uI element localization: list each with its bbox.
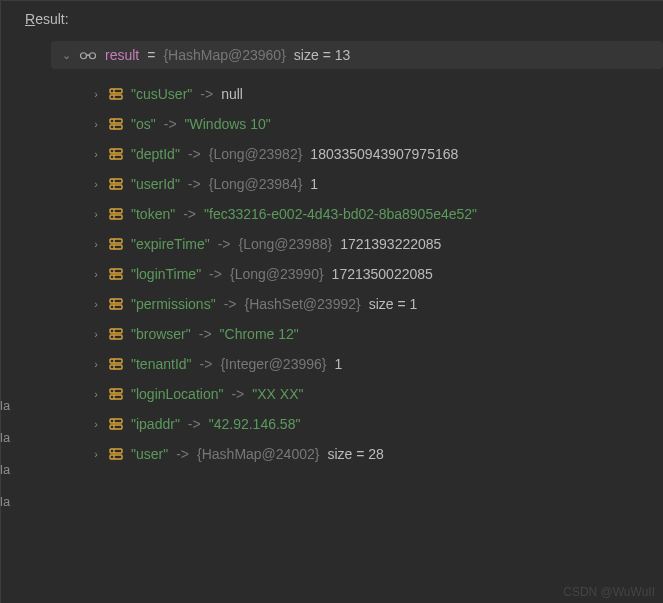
svg-rect-3 [110, 95, 122, 99]
svg-rect-50 [110, 449, 122, 453]
map-entry-icon [109, 87, 123, 101]
arrow-separator: -> [188, 416, 201, 432]
svg-rect-31 [110, 305, 122, 309]
arrow-separator: -> [164, 116, 177, 132]
chevron-down-icon[interactable]: ⌄ [61, 49, 71, 62]
entry-value: "42.92.146.58" [209, 416, 301, 432]
map-entry-icon [109, 237, 123, 251]
result-label: Result: [25, 11, 663, 27]
chevron-right-icon[interactable]: › [91, 448, 101, 460]
chevron-right-icon[interactable]: › [91, 298, 101, 310]
chevron-right-icon[interactable]: › [91, 268, 101, 280]
entry-value: 1 [334, 356, 342, 372]
entry-value: "Chrome 12" [220, 326, 299, 342]
svg-rect-38 [110, 359, 122, 363]
map-entry-row[interactable]: › "loginLocation"->"XX XX" [81, 379, 663, 409]
map-entry-row[interactable]: › "user"->{HashMap@24002} size = 28 [81, 439, 663, 469]
chevron-right-icon[interactable]: › [91, 178, 101, 190]
result-variable-row[interactable]: ⌄ result = {HashMap@23960} size = 13 [51, 41, 663, 69]
entry-key: "loginLocation" [131, 386, 223, 402]
type-reference: {HashMap@23960} [163, 47, 285, 63]
map-entry-row[interactable]: › "os"->"Windows 10" [81, 109, 663, 139]
entry-key: "browser" [131, 326, 191, 342]
map-entry-row[interactable]: › "ipaddr"->"42.92.146.58" [81, 409, 663, 439]
map-entry-row[interactable]: › "tenantId"->{Integer@23996}1 [81, 349, 663, 379]
arrow-separator: -> [200, 86, 213, 102]
arrow-separator: -> [188, 176, 201, 192]
map-entry-row[interactable]: › "cusUser"->null [81, 79, 663, 109]
chevron-right-icon[interactable]: › [91, 358, 101, 370]
entry-key: "permissions" [131, 296, 216, 312]
entry-value: size = 28 [327, 446, 383, 462]
map-entry-row[interactable]: › "permissions"->{HashSet@23992} size = … [81, 289, 663, 319]
entry-type: {HashMap@24002} [197, 446, 319, 462]
entry-key: "loginTime" [131, 266, 201, 282]
map-entry-row[interactable]: › "expireTime"->{Long@23988}172139322208… [81, 229, 663, 259]
map-entry-row[interactable]: › "token"->"fec33216-e002-4d43-bd02-8ba8… [81, 199, 663, 229]
map-entry-row[interactable]: › "browser"->"Chrome 12" [81, 319, 663, 349]
map-entry-icon [109, 327, 123, 341]
map-entry-icon [109, 147, 123, 161]
entry-key: "user" [131, 446, 168, 462]
arrow-separator: -> [176, 446, 189, 462]
entry-type: {Long@23988} [239, 236, 333, 252]
svg-rect-14 [110, 179, 122, 183]
svg-rect-22 [110, 239, 122, 243]
entry-key: "token" [131, 206, 175, 222]
entry-value: "Windows 10" [185, 116, 271, 132]
svg-rect-46 [110, 419, 122, 423]
svg-rect-10 [110, 149, 122, 153]
map-entry-icon [109, 117, 123, 131]
chevron-right-icon[interactable]: › [91, 148, 101, 160]
equals-sign: = [147, 47, 155, 63]
map-entry-icon [109, 447, 123, 461]
map-entry-row[interactable]: › "deptId"->{Long@23982}1803350943907975… [81, 139, 663, 169]
chevron-right-icon[interactable]: › [91, 88, 101, 100]
watermark-text: CSDN @WuWuII [563, 585, 655, 599]
entry-value: size = 1 [369, 296, 418, 312]
svg-rect-7 [110, 125, 122, 129]
entry-value: "XX XX" [252, 386, 303, 402]
map-entry-icon [109, 387, 123, 401]
entry-type: {Integer@23996} [220, 356, 326, 372]
map-entry-icon [109, 177, 123, 191]
entry-key: "cusUser" [131, 86, 192, 102]
entry-type: {HashSet@23992} [244, 296, 360, 312]
entry-type: {Long@23984} [209, 176, 303, 192]
svg-rect-47 [110, 425, 122, 429]
map-entry-row[interactable]: › "userId"->{Long@23984}1 [81, 169, 663, 199]
entry-value: 1721393222085 [340, 236, 441, 252]
entry-type: {Long@23990} [230, 266, 324, 282]
entry-type: {Long@23982} [209, 146, 303, 162]
map-entry-icon [109, 207, 123, 221]
svg-rect-43 [110, 395, 122, 399]
arrow-separator: -> [199, 326, 212, 342]
chevron-right-icon[interactable]: › [91, 388, 101, 400]
entry-value: "fec33216-e002-4d43-bd02-8ba8905e4e52" [204, 206, 477, 222]
left-gutter: lalalala [0, 390, 10, 518]
svg-rect-2 [110, 89, 122, 93]
svg-point-0 [81, 53, 87, 59]
svg-rect-15 [110, 185, 122, 189]
arrow-separator: -> [231, 386, 244, 402]
map-entry-icon [109, 417, 123, 431]
svg-rect-6 [110, 119, 122, 123]
svg-rect-30 [110, 299, 122, 303]
chevron-right-icon[interactable]: › [91, 238, 101, 250]
map-entry-icon [109, 357, 123, 371]
chevron-right-icon[interactable]: › [91, 118, 101, 130]
entry-value: 1 [310, 176, 318, 192]
arrow-separator: -> [200, 356, 213, 372]
svg-rect-27 [110, 275, 122, 279]
entry-value: null [221, 86, 243, 102]
svg-rect-11 [110, 155, 122, 159]
entry-key: "deptId" [131, 146, 180, 162]
watch-icon [79, 49, 97, 61]
chevron-right-icon[interactable]: › [91, 418, 101, 430]
svg-rect-39 [110, 365, 122, 369]
entry-key: "ipaddr" [131, 416, 180, 432]
chevron-right-icon[interactable]: › [91, 208, 101, 220]
map-entry-row[interactable]: › "loginTime"->{Long@23990}1721350022085 [81, 259, 663, 289]
svg-rect-51 [110, 455, 122, 459]
chevron-right-icon[interactable]: › [91, 328, 101, 340]
